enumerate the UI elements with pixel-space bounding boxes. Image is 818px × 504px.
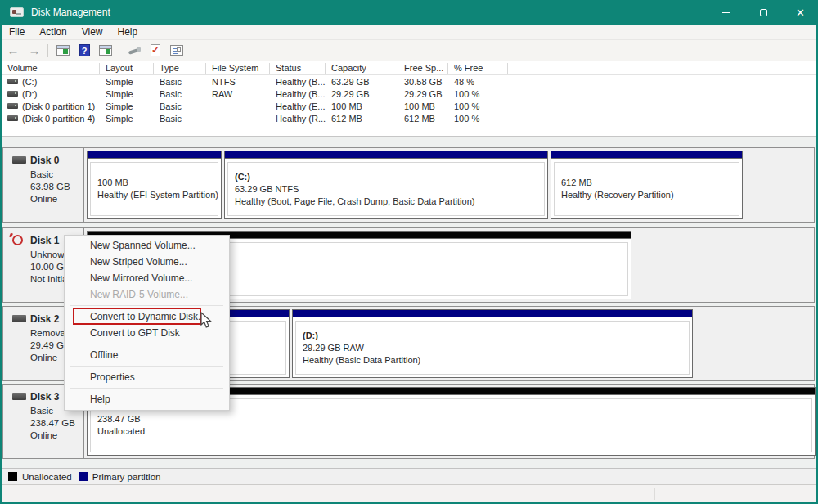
minimize-icon xyxy=(722,12,730,13)
annotation-highlight-box xyxy=(73,308,201,325)
menu-item-offline[interactable]: Offline xyxy=(65,347,229,363)
menu-item-new-raid5-volume: New RAID-5 Volume... xyxy=(65,286,229,303)
column-header-status[interactable]: Status xyxy=(270,63,326,74)
column-header-volume[interactable]: Volume xyxy=(2,63,100,74)
menu-bar: File Action View Help xyxy=(2,25,816,40)
cell-fs: NTFS xyxy=(206,77,270,87)
close-button[interactable]: ✕ xyxy=(783,0,818,25)
cell-pct-free: 100 % xyxy=(448,89,508,99)
table-row[interactable]: (C:) Simple Basic NTFS Healthy (B... 63.… xyxy=(2,75,816,88)
partition-size: 238.47 GB xyxy=(97,413,811,425)
partition-status: Healthy (Boot, Page File, Crash Dump, Ba… xyxy=(235,196,544,208)
partition-color-bar xyxy=(225,151,547,159)
cell-capacity: 100 MB xyxy=(326,101,398,111)
volume-icon xyxy=(7,103,18,109)
primary-partition-swatch xyxy=(79,472,88,481)
cell-status: Healthy (B... xyxy=(270,89,326,99)
cell-layout: Simple xyxy=(100,89,154,99)
statusbar-divider xyxy=(753,488,753,500)
volume-icon xyxy=(7,79,18,84)
cell-free: 30.58 GB xyxy=(398,77,448,87)
cell-layout: Simple xyxy=(100,114,154,124)
disk-tool-button[interactable] xyxy=(124,43,144,59)
partition-box[interactable]: (D:) 29.29 GB RAW Healthy (Basic Data Pa… xyxy=(292,309,693,378)
maximize-icon xyxy=(760,9,767,16)
check-disk-button[interactable]: ✓ xyxy=(146,43,165,59)
volume-name: (Disk 0 partition 4) xyxy=(22,114,95,124)
forward-arrow-icon: → xyxy=(29,44,41,56)
cell-capacity: 612 MB xyxy=(326,114,398,124)
menu-help[interactable]: Help xyxy=(110,25,146,39)
back-button[interactable]: ← xyxy=(3,43,23,59)
title-bar: Disk Management ✕ xyxy=(0,0,818,25)
partition-status: Healthy (Recovery Partition) xyxy=(561,189,739,201)
console-tree-button[interactable] xyxy=(53,43,73,59)
table-row[interactable]: (D:) Simple Basic RAW Healthy (B... 29.2… xyxy=(2,88,816,100)
minimize-button[interactable] xyxy=(709,0,744,25)
partition-box[interactable]: 100 MB Healthy (EFI System Partition) xyxy=(87,151,222,219)
maximize-button[interactable] xyxy=(746,0,780,25)
partition-size: 29.29 GB RAW xyxy=(303,342,689,354)
volume-name: (C:) xyxy=(22,77,37,87)
menu-separator xyxy=(70,344,223,344)
action-pane-button[interactable] xyxy=(96,43,115,59)
cell-free: 100 MB xyxy=(398,101,448,111)
action-pane-icon xyxy=(99,45,112,56)
disk-size: 238.47 GB xyxy=(30,417,83,430)
disk0-label-panel[interactable]: Disk 0 Basic 63.98 GB Online xyxy=(3,148,84,222)
menu-view[interactable]: View xyxy=(74,25,110,39)
disk-status: Online xyxy=(30,193,83,205)
cell-pct-free: 48 % xyxy=(448,77,508,87)
column-header-layout[interactable]: Layout xyxy=(100,63,154,74)
help-button[interactable]: ? xyxy=(74,43,94,59)
column-header-capacity[interactable]: Capacity xyxy=(326,63,398,74)
table-row[interactable]: (Disk 0 partition 1) Simple Basic Health… xyxy=(2,100,816,112)
partition-status: Healthy (EFI System Partition) xyxy=(97,189,218,201)
disk-icon xyxy=(12,315,26,322)
cell-layout: Simple xyxy=(100,101,154,111)
close-icon: ✕ xyxy=(796,7,805,18)
console-tree-icon xyxy=(56,45,70,56)
volume-name: (D:) xyxy=(22,89,37,99)
forward-button[interactable]: → xyxy=(25,43,44,59)
menu-file[interactable]: File xyxy=(2,25,32,39)
cell-type: Basic xyxy=(154,114,206,124)
cell-capacity: 63.29 GB xyxy=(326,77,398,87)
partition-size: 100 MB xyxy=(97,177,218,189)
app-icon xyxy=(10,7,24,17)
cell-fs: RAW xyxy=(206,89,270,99)
menu-item-new-mirrored-volume[interactable]: New Mirrored Volume... xyxy=(65,270,229,286)
volume-list-header: Volume Layout Type File System Status Ca… xyxy=(2,61,816,75)
properties-button[interactable] xyxy=(167,43,187,59)
cell-type: Basic xyxy=(154,101,206,111)
cell-free: 29.29 GB xyxy=(398,89,448,99)
disk-icon xyxy=(12,156,26,164)
disk-management-window: Disk Management ✕ File Action View Help … xyxy=(0,0,818,504)
menu-item-help[interactable]: Help xyxy=(65,391,229,407)
menu-item-new-spanned-volume[interactable]: New Spanned Volume... xyxy=(65,237,229,254)
properties-icon xyxy=(170,45,183,56)
partition-box[interactable]: 612 MB Healthy (Recovery Partition) xyxy=(551,151,743,219)
menu-item-properties[interactable]: Properties xyxy=(65,369,229,385)
disk-type: Basic xyxy=(30,169,83,181)
partition-size: 63.29 GB NTFS xyxy=(235,183,544,196)
column-header-free-space[interactable]: Free Sp... xyxy=(398,63,448,74)
volume-icon xyxy=(7,115,18,121)
column-header-file-system[interactable]: File System xyxy=(206,63,270,74)
cell-capacity: 29.29 GB xyxy=(326,89,398,99)
back-arrow-icon: ← xyxy=(7,44,20,56)
volume-icon xyxy=(7,91,18,97)
column-header-pct-free[interactable]: % Free xyxy=(448,63,508,74)
partition-label: (D:) xyxy=(303,330,689,342)
legend-bar: Unallocated Primary partition xyxy=(2,468,816,484)
partition-color-bar xyxy=(293,310,692,317)
column-header-type[interactable]: Type xyxy=(154,63,206,74)
disk-size: 63.98 GB xyxy=(30,181,83,193)
partition-box[interactable]: (C:) 63.29 GB NTFS Healthy (Boot, Page F… xyxy=(224,151,548,219)
cell-layout: Simple xyxy=(100,77,154,87)
table-row[interactable]: (Disk 0 partition 4) Simple Basic Health… xyxy=(2,112,816,124)
disk-icon xyxy=(12,393,26,400)
menu-item-new-striped-volume[interactable]: New Striped Volume... xyxy=(65,254,229,270)
not-initialized-icon xyxy=(12,235,23,245)
menu-action[interactable]: Action xyxy=(32,25,74,39)
